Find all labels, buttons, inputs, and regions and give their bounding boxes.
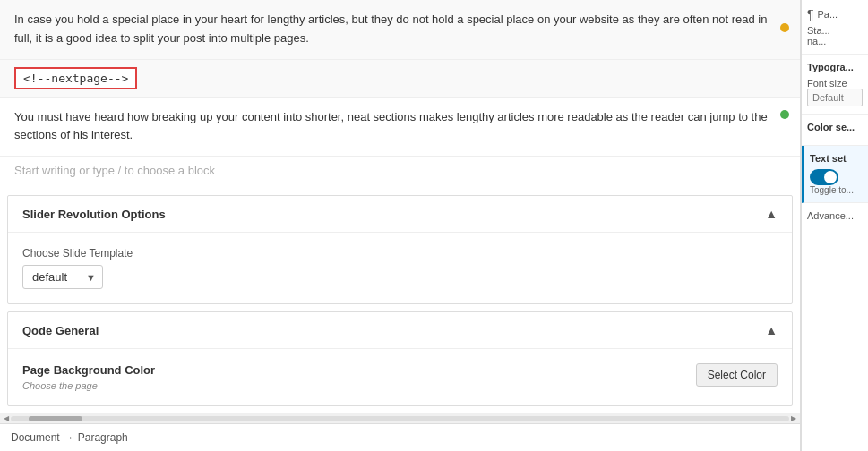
slider-revolution-header[interactable]: Slider Revolution Options ▲: [8, 196, 792, 233]
qode-general-toggle: ▲: [765, 323, 778, 337]
bg-color-title: Page Background Color: [22, 363, 685, 377]
bg-color-subtitle: Choose the page: [22, 380, 685, 391]
choose-slide-template-label: Choose Slide Template: [22, 247, 778, 260]
scroll-left-arrow[interactable]: ◀: [2, 414, 11, 422]
select-color-button[interactable]: Select Color: [696, 363, 778, 387]
qode-general-body: Page Background Color Choose the page Se…: [8, 349, 792, 405]
qode-general-panel: Qode General ▲ Page Background Color Cho…: [7, 311, 793, 406]
editor-placeholder[interactable]: Start writing or type / to choose a bloc…: [0, 157, 800, 188]
scrollbar-thumb[interactable]: [29, 416, 82, 421]
slider-revolution-toggle: ▲: [765, 207, 778, 221]
nextpage-block[interactable]: <!--nextpage-->: [0, 60, 800, 98]
bg-color-left: Page Background Color Choose the page: [22, 363, 685, 391]
breadcrumb-arrow: →: [64, 431, 74, 444]
toggle-wrapper: [810, 169, 863, 185]
slider-revolution-title: Slider Revolution Options: [22, 208, 166, 221]
slider-revolution-body: Choose Slide Template default ▼: [8, 233, 792, 303]
text-set-label: Text set: [810, 153, 863, 164]
placeholder-text-content: Start writing or type / to choose a bloc…: [14, 164, 215, 177]
paragraph-label[interactable]: Paragraph: [78, 431, 128, 444]
slide-template-select[interactable]: default: [22, 265, 103, 289]
scrollbar-track: [11, 416, 789, 421]
paragraph-icon-row: ¶ Pa...: [807, 7, 863, 21]
sidebar-typography-section: Typogra... Font size: [802, 55, 868, 115]
bottom-bar: Document → Paragraph: [0, 423, 800, 451]
text-block-1: In case you hold a special place in your…: [0, 0, 800, 60]
advanced-label: Advance...: [807, 210, 863, 221]
sidebar-advanced-section: Advance...: [802, 203, 868, 228]
paragraph-short-label: Pa...: [818, 9, 838, 20]
status-dot-green: [780, 110, 789, 119]
typography-title: Typogra...: [807, 62, 863, 72]
font-size-input[interactable]: [807, 89, 863, 106]
sidebar-paragraph-section: ¶ Pa... Sta... na...: [802, 0, 868, 55]
sidebar-text-set-section[interactable]: Text set Toggle to...: [802, 146, 868, 203]
paragraph-sub2-label: na...: [807, 36, 863, 47]
panels-area: Slider Revolution Options ▲ Choose Slide…: [0, 188, 800, 413]
text-block-2: You must have heard how breaking up your…: [0, 98, 800, 157]
toggle-slider: [810, 169, 838, 185]
horizontal-scrollbar[interactable]: ◀ ▶: [0, 413, 800, 423]
color-set-title: Color se...: [807, 122, 863, 132]
toggle-switch[interactable]: [810, 169, 838, 185]
bg-color-row: Page Background Color Choose the page Se…: [22, 363, 778, 391]
text-block-2-content: You must have heard how breaking up your…: [14, 108, 786, 146]
qode-general-header[interactable]: Qode General ▲: [8, 312, 792, 349]
paragraph-icon: ¶: [807, 7, 814, 21]
document-label[interactable]: Document: [11, 431, 60, 444]
nextpage-tag: <!--nextpage-->: [14, 67, 137, 89]
toggle-label: Toggle to...: [810, 185, 863, 195]
paragraph-sublabel: Sta...: [807, 25, 863, 36]
sidebar-color-set-section: Color se...: [802, 115, 868, 146]
font-size-label: Font size: [807, 78, 863, 89]
right-sidebar: ¶ Pa... Sta... na... Typogra... Font siz…: [801, 0, 868, 451]
slider-revolution-panel: Slider Revolution Options ▲ Choose Slide…: [7, 195, 793, 304]
slide-template-select-wrapper: default ▼: [22, 265, 103, 289]
status-dot-yellow: [780, 23, 789, 32]
qode-general-title: Qode General: [22, 324, 99, 337]
scroll-right-arrow[interactable]: ▶: [789, 414, 798, 422]
text-block-1-content: In case you hold a special place in your…: [14, 11, 786, 48]
